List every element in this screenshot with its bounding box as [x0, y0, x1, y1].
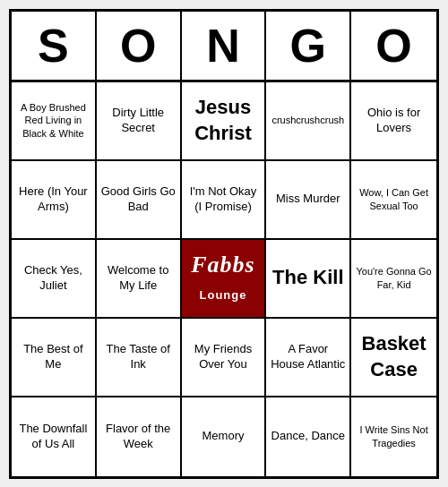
bingo-cell-14: You're Gonna Go Far, Kid — [351, 240, 436, 319]
bingo-cell-4: Ohio is for Lovers — [351, 82, 436, 161]
bingo-cell-7: I'm Not Okay (I Promise) — [182, 161, 267, 240]
bingo-letter-o: O — [97, 12, 182, 80]
bingo-cell-9: Wow, I Can Get Sexual Too — [351, 161, 436, 240]
bingo-card: SONGO A Boy Brushed Red Living in Black … — [9, 9, 439, 479]
bingo-cell-11: Welcome to My Life — [97, 240, 182, 319]
bingo-header: SONGO — [12, 12, 436, 82]
bingo-letter-n: N — [182, 12, 267, 80]
bingo-letter-o: O — [351, 12, 436, 80]
bingo-cell-1: Dirty Little Secret — [97, 82, 182, 161]
bingo-cell-2: Jesus Christ — [182, 82, 267, 161]
bingo-cell-5: Here (In Your Arms) — [12, 161, 97, 240]
bingo-cell-15: The Best of Me — [12, 319, 97, 397]
bingo-cell-16: The Taste of Ink — [97, 319, 182, 397]
bingo-letter-g: G — [266, 12, 351, 80]
bingo-cell-17: My Friends Over You — [182, 319, 267, 397]
bingo-grid: A Boy Brushed Red Living in Black & Whit… — [12, 82, 436, 476]
bingo-cell-20: The Downfall of Us All — [12, 397, 97, 476]
bingo-cell-24: I Write Sins Not Tragedies — [351, 397, 436, 476]
bingo-cell-13: The Kill — [266, 240, 351, 319]
bingo-cell-21: Flavor of the Week — [97, 397, 182, 476]
bingo-letter-s: S — [12, 12, 97, 80]
bingo-cell-19: Basket Case — [351, 319, 436, 397]
bingo-cell-8: Miss Murder — [266, 161, 351, 240]
bingo-cell-6: Good Girls Go Bad — [97, 161, 182, 240]
bingo-cell-3: crushcrushcrush — [266, 82, 351, 161]
bingo-cell-22: Memory — [182, 397, 267, 476]
bingo-cell-18: A Favor House Atlantic — [266, 319, 351, 397]
bingo-cell-10: Check Yes, Juliet — [12, 240, 97, 319]
bingo-cell-12: FabbsLounge — [182, 240, 267, 319]
bingo-cell-0: A Boy Brushed Red Living in Black & Whit… — [12, 82, 97, 161]
bingo-cell-23: Dance, Dance — [266, 397, 351, 476]
